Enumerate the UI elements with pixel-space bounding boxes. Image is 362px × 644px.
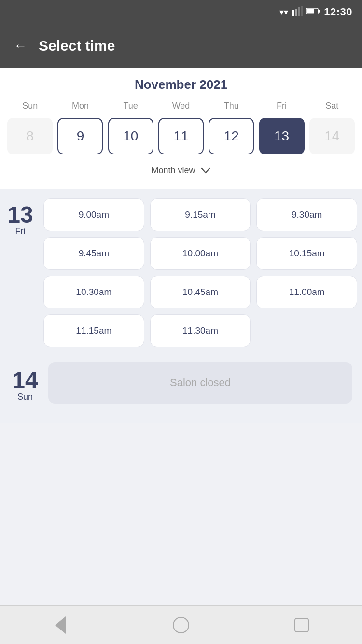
date-10[interactable]: 10	[108, 118, 153, 154]
weekday-fri: Fri	[256, 101, 306, 111]
weekday-sun: Sun	[5, 101, 55, 111]
svg-rect-6	[307, 9, 314, 13]
nav-home-button[interactable]	[169, 613, 193, 637]
svg-rect-1	[295, 9, 297, 16]
status-time: 12:30	[324, 6, 352, 18]
page-title: Select time	[39, 38, 115, 54]
calendar-section: November 2021 Sun Mon Tue Wed Thu Fri Sa…	[0, 68, 362, 189]
slot-9-15am[interactable]: 9.15am	[150, 198, 251, 231]
day-label-14: 14 Sun	[10, 364, 41, 402]
time-slots-grid: 9.00am 9.15am 9.30am 9.45am 10.00am 10.1…	[43, 198, 357, 347]
day-number-13: 13	[7, 203, 33, 226]
nav-back-button[interactable]	[48, 613, 72, 637]
weekday-sat: Sat	[307, 101, 357, 111]
day-block-13: 13 Fri 9.00am 9.15am 9.30am 9.45am 10.00…	[5, 198, 357, 347]
closed-block-14: 14 Sun Salon closed	[5, 357, 357, 413]
month-view-label: Month view	[151, 166, 195, 176]
day-number-14: 14	[12, 369, 38, 392]
nav-recent-button[interactable]	[290, 613, 314, 637]
slot-11-15am[interactable]: 11.15am	[43, 314, 144, 347]
recent-square-icon	[294, 618, 309, 632]
status-bar: ▾▾ 12:30	[0, 0, 362, 24]
chevron-down-icon	[200, 165, 211, 176]
header: ← Select time	[0, 24, 362, 68]
weekday-wed: Wed	[156, 101, 206, 111]
wifi-icon: ▾▾	[279, 7, 288, 17]
month-title: November 2021	[5, 77, 357, 92]
svg-rect-5	[318, 10, 320, 13]
home-circle-icon	[173, 617, 189, 633]
battery-icon	[306, 7, 320, 17]
weekday-row: Sun Mon Tue Wed Thu Fri Sat	[5, 101, 357, 111]
month-view-toggle[interactable]: Month view	[5, 159, 357, 184]
slot-11-00am[interactable]: 11.00am	[256, 276, 357, 308]
day-name-13: Fri	[15, 226, 26, 237]
date-9[interactable]: 9	[57, 118, 103, 154]
slot-9-00am[interactable]: 9.00am	[43, 198, 144, 231]
svg-rect-0	[292, 10, 294, 16]
slot-11-30am[interactable]: 11.30am	[150, 314, 251, 347]
bottom-nav	[0, 605, 362, 644]
weekday-mon: Mon	[55, 101, 105, 111]
date-13[interactable]: 13	[259, 118, 305, 154]
weekday-thu: Thu	[206, 101, 256, 111]
slot-10-15am[interactable]: 10.15am	[256, 237, 357, 270]
back-button[interactable]: ←	[14, 38, 27, 54]
svg-rect-2	[298, 7, 300, 16]
day-label-13: 13 Fri	[5, 198, 36, 347]
slot-10-00am[interactable]: 10.00am	[150, 237, 251, 270]
date-11[interactable]: 11	[158, 118, 204, 154]
status-icons: ▾▾ 12:30	[279, 6, 352, 18]
date-8[interactable]: 8	[7, 118, 53, 154]
time-section: 13 Fri 9.00am 9.15am 9.30am 9.45am 10.00…	[0, 189, 362, 423]
slot-10-45am[interactable]: 10.45am	[150, 276, 251, 308]
slot-9-45am[interactable]: 9.45am	[43, 237, 144, 270]
date-12[interactable]: 12	[209, 118, 254, 154]
section-divider	[5, 352, 357, 352]
signal-icon	[292, 6, 303, 18]
day-name-14: Sun	[17, 392, 33, 402]
slot-9-30am[interactable]: 9.30am	[256, 198, 357, 231]
svg-rect-3	[301, 6, 303, 16]
date-14[interactable]: 14	[309, 118, 355, 154]
weekday-tue: Tue	[106, 101, 156, 111]
salon-closed-message: Salon closed	[48, 362, 352, 404]
slot-10-30am[interactable]: 10.30am	[43, 276, 144, 308]
calendar-dates-row: 8 9 10 11 12 13 14	[5, 116, 357, 159]
back-triangle-icon	[55, 616, 66, 634]
